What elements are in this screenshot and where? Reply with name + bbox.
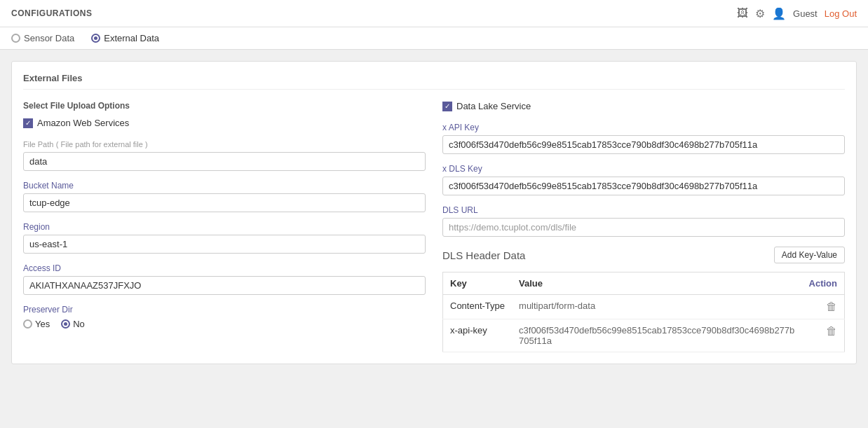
upload-options-label: Select File Upload Options xyxy=(23,101,426,111)
region-input[interactable] xyxy=(23,235,426,254)
preserver-dir-options: Yes No xyxy=(23,319,426,329)
preserver-dir-group: Preserver Dir Yes No xyxy=(23,305,426,329)
bucket-name-group: Bucket Name xyxy=(23,181,426,212)
access-id-input[interactable] xyxy=(23,276,426,295)
two-column-layout: Select File Upload Options Amazon Web Se… xyxy=(23,101,845,352)
card-title: External Files xyxy=(23,73,845,90)
left-panel: Select File Upload Options Amazon Web Se… xyxy=(23,101,426,352)
table-row: Content-Typemultipart/form-data🗑 xyxy=(443,295,845,319)
external-data-radio[interactable] xyxy=(91,34,100,43)
image-icon[interactable]: 🖼 xyxy=(737,7,748,20)
table-cell-value: multipart/form-data xyxy=(512,295,802,319)
right-panel: Data Lake Service x API Key x DLS Key DL… xyxy=(442,101,845,352)
table-cell-key: Content-Type xyxy=(443,295,513,319)
delete-row-icon[interactable]: 🗑 xyxy=(826,301,837,312)
external-files-card: External Files Select File Upload Option… xyxy=(11,61,857,364)
file-path-label: File Path ( File path for external file … xyxy=(23,139,426,149)
bucket-name-label: Bucket Name xyxy=(23,181,426,191)
dls-key-group: x DLS Key xyxy=(442,164,845,195)
tab-external-data[interactable]: External Data xyxy=(91,33,159,43)
logout-link[interactable]: Log Out xyxy=(825,8,857,19)
table-cell-action[interactable]: 🗑 xyxy=(802,295,845,319)
delete-row-icon[interactable]: 🗑 xyxy=(826,325,837,337)
tabs-bar: Sensor Data External Data xyxy=(0,27,868,50)
table-cell-value: c3f006f53d470defb56c99e8515cab17853cce79… xyxy=(512,319,802,352)
dls-url-group: DLS URL xyxy=(442,205,845,237)
dls-checkbox-row[interactable]: Data Lake Service xyxy=(442,101,845,111)
aws-checkbox-row[interactable]: Amazon Web Services xyxy=(23,118,426,128)
col-key: Key xyxy=(443,272,513,295)
access-id-group: Access ID xyxy=(23,263,426,295)
aws-checkbox[interactable] xyxy=(23,118,33,128)
table-cell-key: x-api-key xyxy=(443,319,513,352)
dls-checkbox[interactable] xyxy=(442,102,452,111)
table-cell-action[interactable]: 🗑 xyxy=(802,319,845,352)
region-label: Region xyxy=(23,222,426,232)
api-key-label: x API Key xyxy=(442,123,845,132)
col-action: Action xyxy=(802,272,845,295)
dls-header-section: DLS Header Data Add Key-Value Key Value … xyxy=(442,247,845,352)
external-data-label: External Data xyxy=(104,33,159,43)
user-icon: 👤 xyxy=(772,7,786,20)
header-actions: 🖼 ⚙ 👤 Guest Log Out xyxy=(737,7,857,20)
dls-url-label: DLS URL xyxy=(442,205,845,215)
preserver-dir-no[interactable]: No xyxy=(61,319,85,329)
table-row: x-api-keyc3f006f53d470defb56c99e8515cab1… xyxy=(443,319,845,352)
file-path-group: File Path ( File path for external file … xyxy=(23,139,426,171)
add-key-button[interactable]: Add Key-Value xyxy=(774,247,845,263)
header: CONFIGURATIONS 🖼 ⚙ 👤 Guest Log Out xyxy=(0,0,868,27)
sensor-data-label: Sensor Data xyxy=(24,33,74,43)
dls-label: Data Lake Service xyxy=(456,101,531,111)
no-radio[interactable] xyxy=(61,319,70,329)
dls-header-title: DLS Header Data xyxy=(442,249,525,261)
user-label: Guest xyxy=(793,8,818,19)
main-content: External Files Select File Upload Option… xyxy=(0,50,868,424)
dls-header-row: DLS Header Data Add Key-Value xyxy=(442,247,845,263)
aws-label: Amazon Web Services xyxy=(37,118,129,128)
sensor-data-radio[interactable] xyxy=(11,34,20,43)
preserver-dir-label: Preserver Dir xyxy=(23,305,426,315)
dls-key-label: x DLS Key xyxy=(442,164,845,174)
api-key-input[interactable] xyxy=(442,135,845,154)
dls-key-input[interactable] xyxy=(442,177,845,195)
yes-radio[interactable] xyxy=(23,319,32,329)
dls-header-table: Key Value Action Content-Typemultipart/f… xyxy=(442,272,845,352)
col-value: Value xyxy=(512,272,802,295)
dls-url-input[interactable] xyxy=(442,218,845,237)
preserver-dir-yes[interactable]: Yes xyxy=(23,319,50,329)
file-path-input[interactable] xyxy=(23,152,426,171)
access-id-label: Access ID xyxy=(23,263,426,273)
api-key-group: x API Key xyxy=(442,123,845,154)
bucket-name-input[interactable] xyxy=(23,193,426,212)
settings-icon[interactable]: ⚙ xyxy=(755,7,765,20)
tab-sensor-data[interactable]: Sensor Data xyxy=(11,33,74,43)
page-title: CONFIGURATIONS xyxy=(11,8,92,18)
region-group: Region xyxy=(23,222,426,254)
